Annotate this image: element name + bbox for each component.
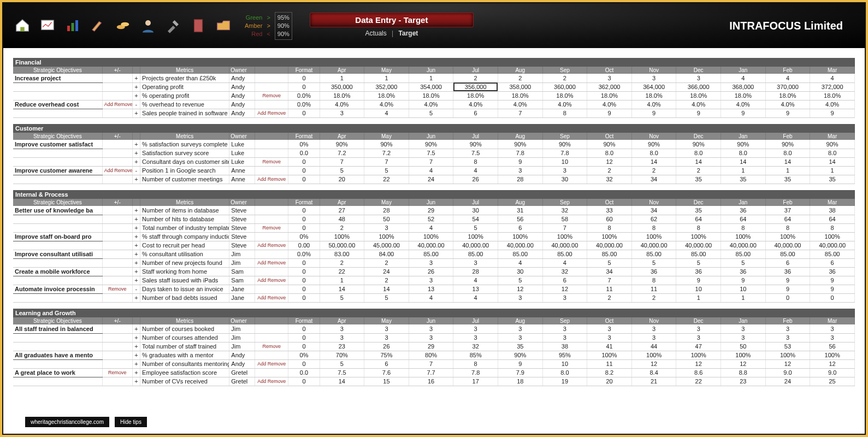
objective-add-remove[interactable]: Add Remove — [102, 100, 132, 109]
value-cell[interactable]: 2 — [676, 166, 721, 175]
value-cell[interactable]: 0 — [765, 293, 810, 302]
value-cell[interactable]: 3 — [498, 333, 542, 342]
value-cell[interactable]: 4 — [409, 166, 453, 175]
value-cell[interactable]: 14 — [721, 157, 766, 166]
value-cell[interactable]: 20 — [587, 377, 632, 386]
value-cell[interactable]: 26 — [409, 267, 453, 276]
value-cell[interactable]: 38 — [542, 342, 587, 351]
metric-add-remove[interactable]: Remove — [255, 157, 288, 166]
value-cell[interactable]: 354,000 — [409, 82, 453, 91]
value-cell[interactable]: 9.0 — [765, 368, 810, 377]
value-cell[interactable]: 7.2 — [320, 149, 364, 157]
value-cell[interactable]: 31 — [498, 206, 542, 215]
value-cell[interactable]: 9 — [721, 276, 766, 285]
value-cell[interactable]: 9.0 — [810, 368, 855, 377]
value-cell[interactable]: 2 — [320, 258, 364, 267]
metric-add-remove[interactable]: Add Remove — [255, 377, 288, 386]
value-cell[interactable]: 35 — [498, 342, 542, 351]
table-row[interactable]: All graduates have a mento+% graduates w… — [13, 351, 855, 359]
plus-minus[interactable]: + — [132, 293, 140, 302]
value-cell[interactable]: 1 — [409, 74, 453, 82]
value-cell[interactable]: 1 — [320, 74, 364, 82]
table-row[interactable]: +Number of new projects foundJimAdd Remo… — [13, 258, 855, 267]
value-cell[interactable]: 1 — [320, 276, 364, 285]
value-cell[interactable]: 33 — [587, 206, 632, 215]
value-cell[interactable]: 9 — [676, 276, 721, 285]
value-cell[interactable]: 8.0 — [542, 368, 587, 377]
value-cell[interactable]: 10 — [676, 285, 721, 293]
plus-minus[interactable]: + — [132, 215, 140, 223]
value-cell[interactable]: 14 — [765, 157, 810, 166]
value-cell[interactable]: 1 — [721, 166, 766, 175]
value-cell[interactable]: 3 — [453, 324, 498, 333]
value-cell[interactable]: 3 — [409, 324, 453, 333]
value-cell[interactable]: 36 — [765, 267, 810, 276]
value-cell[interactable]: 75% — [364, 351, 409, 359]
value-cell[interactable]: 18.0% — [453, 91, 498, 100]
plus-minus[interactable]: + — [132, 351, 140, 359]
table-row[interactable]: +Operating profitAndy0350,000352,000354,… — [13, 82, 855, 91]
value-cell[interactable]: 34 — [631, 206, 676, 215]
value-cell[interactable]: 7.6 — [364, 368, 409, 377]
value-cell[interactable]: 11 — [587, 285, 632, 293]
home-icon[interactable] — [12, 15, 33, 36]
value-cell[interactable]: 23 — [721, 377, 766, 386]
plus-minus[interactable]: + — [132, 74, 140, 82]
value-cell[interactable]: 9 — [810, 285, 855, 293]
value-cell[interactable]: 2 — [453, 74, 498, 82]
value-cell[interactable]: 29 — [409, 342, 453, 351]
value-cell[interactable]: 3 — [676, 324, 721, 333]
value-cell[interactable]: 3 — [320, 333, 364, 342]
value-cell[interactable]: 40,000.00 — [587, 241, 632, 250]
value-cell[interactable]: 4 — [765, 74, 810, 82]
plus-minus[interactable]: + — [132, 223, 140, 232]
value-cell[interactable]: 364,000 — [631, 82, 676, 91]
value-cell[interactable]: 4 — [364, 109, 409, 117]
value-cell[interactable]: 64 — [676, 215, 721, 223]
value-cell[interactable]: 6 — [453, 109, 498, 117]
value-cell[interactable]: 18 — [498, 377, 542, 386]
table-row[interactable]: Improve customer satisfact+% satisfactio… — [13, 140, 855, 149]
grid[interactable]: FinancialStrategic Objectives+/-MetricsO… — [13, 58, 855, 406]
value-cell[interactable]: 100% — [631, 232, 676, 241]
value-cell[interactable]: 6 — [810, 258, 855, 267]
value-cell[interactable]: 36 — [631, 267, 676, 276]
value-cell[interactable]: 40,000.00 — [498, 241, 542, 250]
value-cell[interactable]: 9 — [631, 109, 676, 117]
chart-icon[interactable] — [62, 15, 83, 36]
value-cell[interactable]: 5 — [631, 258, 676, 267]
value-cell[interactable]: 5 — [721, 258, 766, 267]
value-cell[interactable]: 90% — [810, 140, 855, 149]
value-cell[interactable]: 8.0 — [587, 149, 632, 157]
value-cell[interactable]: 18.0% — [631, 91, 676, 100]
value-cell[interactable]: 100% — [765, 232, 810, 241]
value-cell[interactable]: 30 — [542, 175, 587, 184]
value-cell[interactable]: 100% — [364, 232, 409, 241]
value-cell[interactable]: 3 — [676, 333, 721, 342]
value-cell[interactable]: 5 — [320, 359, 364, 368]
value-cell[interactable]: 9 — [498, 157, 542, 166]
value-cell[interactable]: 4.0% — [453, 100, 498, 109]
value-cell[interactable]: 4.0% — [364, 100, 409, 109]
value-cell[interactable]: 35 — [765, 175, 810, 184]
value-cell[interactable]: 90% — [542, 140, 587, 149]
value-cell[interactable]: 85.00 — [542, 250, 587, 258]
value-cell[interactable]: 40,000.00 — [631, 241, 676, 250]
metric-add-remove[interactable]: Add Remove — [255, 175, 288, 184]
value-cell[interactable]: 90% — [498, 140, 542, 149]
value-cell[interactable]: 18.0% — [409, 91, 453, 100]
table-row[interactable]: +Total number of staff trainedJimRemove0… — [13, 342, 855, 351]
value-cell[interactable]: 100% — [721, 232, 766, 241]
value-cell[interactable]: 10 — [542, 157, 587, 166]
value-cell[interactable]: 100% — [587, 351, 632, 359]
value-cell[interactable]: 40,000.00 — [676, 241, 721, 250]
plus-minus[interactable]: + — [132, 232, 140, 241]
value-cell[interactable]: 3 — [587, 333, 632, 342]
value-cell[interactable]: 358,000 — [498, 82, 542, 91]
value-cell[interactable]: 85% — [453, 351, 498, 359]
value-cell[interactable]: 13 — [453, 285, 498, 293]
value-cell[interactable]: 85.00 — [587, 250, 632, 258]
value-cell[interactable]: 7 — [409, 157, 453, 166]
value-cell[interactable]: 8.0 — [765, 149, 810, 157]
value-cell[interactable]: 2 — [498, 74, 542, 82]
